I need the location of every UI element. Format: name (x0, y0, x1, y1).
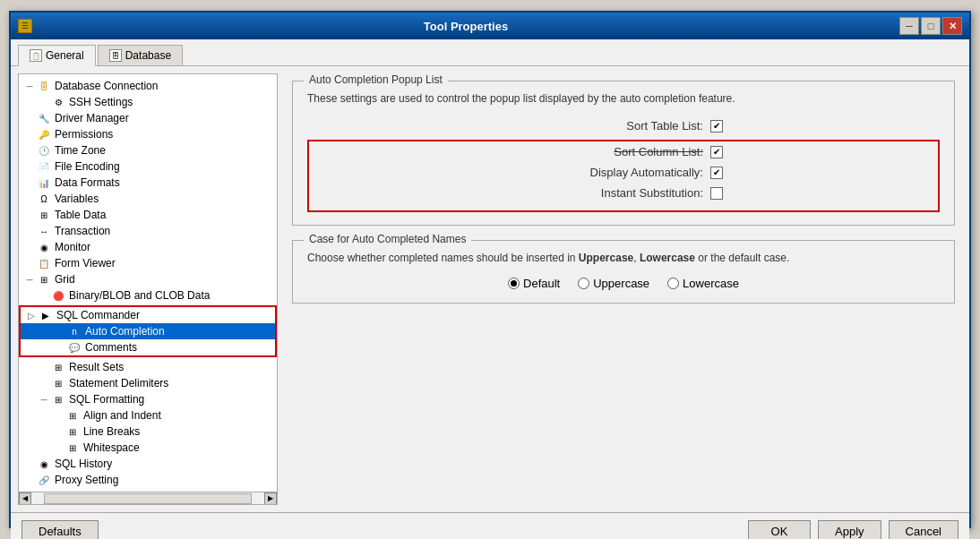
tree-item-comments[interactable]: 💬 Comments (21, 339, 275, 355)
popup-section-title: Auto Completion Popup List (304, 73, 448, 86)
scrollbar-track-h (44, 493, 252, 504)
radio-uppercase[interactable]: Uppercase (578, 277, 649, 290)
transaction-icon: ↔ (37, 224, 51, 238)
align-icon: ⊞ (65, 408, 80, 423)
driver-icon: 🔧 (37, 111, 51, 125)
formviewer-icon: 📋 (37, 256, 51, 270)
tree-item-monitor[interactable]: ◉ Monitor (19, 239, 277, 255)
tree-item-timezone[interactable]: 🕐 Time Zone (19, 142, 277, 158)
expand-icon-df (22, 175, 37, 190)
radio-default[interactable]: Default (508, 277, 560, 290)
expand-icon-fv (22, 256, 37, 270)
whitespace-icon: ⊞ (65, 441, 80, 455)
radio-uppercase-label: Uppercase (593, 277, 649, 290)
apply-button[interactable]: Apply (818, 520, 881, 539)
expand-icon-td (22, 208, 37, 222)
expand-icon-sf: ─ (37, 392, 51, 406)
tree-item-tabledata[interactable]: ⊞ Table Data (19, 207, 277, 223)
maximize-button[interactable]: □ (921, 17, 941, 35)
cancel-button[interactable]: Cancel (889, 520, 959, 539)
scroll-left-btn[interactable]: ◀ (19, 492, 31, 505)
tree-item-linebreaks[interactable]: ⊞ Line Breaks (19, 424, 277, 440)
tree-item-grid[interactable]: ─ ⊞ Grid (19, 271, 277, 287)
tree-item-dataformats[interactable]: 📊 Data Formats (19, 175, 277, 191)
expand-icon-al (51, 408, 65, 423)
expand-icon-ac (53, 324, 67, 338)
close-button[interactable]: ✕ (942, 17, 962, 35)
tree-item-resultsets[interactable]: ⊞ Result Sets (19, 359, 277, 375)
display-auto-row: Display Automatically: ✔ (316, 166, 931, 179)
tab-general[interactable]: 📋 General (18, 45, 96, 66)
sort-table-checkbox[interactable]: ✔ (710, 120, 723, 133)
encoding-icon: 📄 (37, 159, 51, 174)
expand-icon-blob (37, 288, 51, 303)
tree-item-proxy[interactable]: 🔗 Proxy Setting (19, 472, 277, 488)
main-window: ☰ Tool Properties ─ □ ✕ 📋 General 🗄 Data… (9, 11, 971, 528)
expand-icon-perm (22, 127, 37, 141)
ssh-icon: ⚙ (51, 95, 65, 109)
tabledata-icon: ⊞ (37, 208, 51, 222)
stmtdelim-icon: ⊞ (51, 376, 65, 390)
expand-icon-px (22, 473, 37, 487)
tree-item-permissions[interactable]: 🔑 Permissions (19, 126, 277, 142)
expand-icon-tx (22, 224, 37, 238)
instant-sub-row: Instant Substitution: (316, 186, 931, 200)
expand-icon-tz (22, 143, 37, 158)
expand-icon-lb (51, 424, 65, 439)
expand-icon-cmt (53, 340, 67, 355)
instant-sub-checkbox[interactable] (710, 187, 723, 200)
tree-item-transaction[interactable]: ↔ Transaction (19, 223, 277, 239)
radio-lowercase-circle (667, 278, 679, 289)
tree-item-sqlformatting[interactable]: ─ ⊞ SQL Formatting (19, 391, 277, 407)
tree-item-variables[interactable]: Ω Variables (19, 191, 277, 207)
tree-item-autocompletion[interactable]: n Auto Completion (21, 323, 275, 339)
case-section-title: Case for Auto Completed Names (304, 233, 471, 245)
tabs-bar: 📋 General 🗄 Database (11, 39, 969, 66)
tree-item-encoding[interactable]: 📄 File Encoding (19, 158, 277, 175)
tree-item-align[interactable]: ⊞ Align and Indent (19, 407, 277, 424)
expand-icon: ─ (22, 79, 37, 93)
radio-default-circle (508, 278, 520, 289)
expand-icon-ws (51, 441, 65, 455)
scroll-right-btn[interactable]: ▶ (264, 492, 277, 505)
expand-icon-sh (22, 457, 37, 471)
tree-item-sqlcommander[interactable]: ▷ ▶ SQL Commander (21, 307, 275, 323)
sort-column-checkbox[interactable]: ✔ (710, 146, 723, 158)
tree-container[interactable]: ─ 🗄 Database Connection ⚙ SSH Settings 🔧 (19, 74, 277, 492)
tree-item-ssh[interactable]: ⚙ SSH Settings (19, 94, 277, 110)
grid-icon: ⊞ (37, 272, 51, 287)
expand-icon-rs (37, 360, 51, 374)
expand-icon-enc (22, 159, 37, 174)
db-icon: 🗄 (37, 79, 51, 93)
tree-item-formviewer[interactable]: 📋 Form Viewer (19, 255, 277, 271)
proxy-icon: 🔗 (37, 473, 51, 487)
tab-database[interactable]: 🗄 Database (98, 45, 183, 65)
tree-item-blob[interactable]: 🔴 Binary/BLOB and CLOB Data (19, 287, 277, 304)
tree-item-whitespace[interactable]: ⊞ Whitespace (19, 440, 277, 456)
content-area: 📋 General 🗄 Database ─ 🗄 Database Connec… (11, 39, 969, 539)
tree-item-stmtdelim[interactable]: ⊞ Statement Delimiters (19, 375, 277, 391)
tree-item-db-connection[interactable]: ─ 🗄 Database Connection (19, 78, 277, 94)
horizontal-scrollbar[interactable]: ◀ ▶ (19, 492, 277, 504)
tree-item-sqlhistory[interactable]: ◉ SQL History (19, 456, 277, 472)
sort-table-label: Sort Table List: (524, 119, 703, 133)
tree-item-driver[interactable]: 🔧 Driver Manager (19, 110, 277, 126)
action-buttons: OK Apply Cancel (748, 520, 959, 539)
defaults-button[interactable]: Defaults (21, 520, 99, 539)
general-tab-label: General (46, 49, 84, 62)
expand-icon-driver (22, 111, 37, 125)
sqlhistory-icon: ◉ (37, 457, 51, 471)
ok-button[interactable]: OK (748, 520, 811, 539)
minimize-button[interactable]: ─ (899, 17, 919, 35)
sqlformatting-icon: ⊞ (51, 392, 65, 406)
radio-lowercase[interactable]: Lowercase (667, 277, 739, 290)
general-tab-icon: 📋 (30, 49, 42, 62)
case-radio-group: Default Uppercase Lowercase (307, 277, 940, 290)
dataformats-icon: 📊 (37, 175, 51, 190)
display-auto-label: Display Automatically: (524, 166, 703, 179)
display-auto-checkbox[interactable]: ✔ (710, 167, 723, 179)
expand-icon-ssh (37, 95, 51, 109)
popup-section-desc: These settings are used to control the p… (307, 90, 940, 107)
timezone-icon: 🕐 (37, 143, 51, 158)
window-title: Tool Properties (32, 20, 899, 33)
